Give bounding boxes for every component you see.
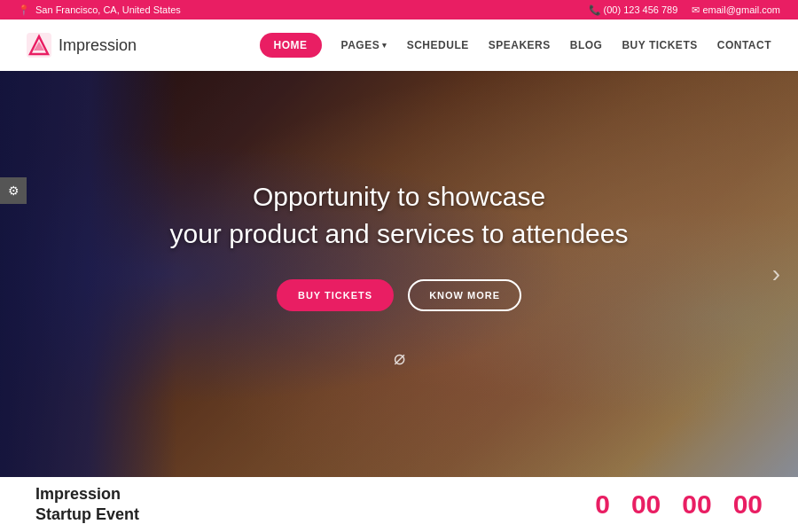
email-icon: ✉ <box>692 4 700 15</box>
event-title-line2: Startup Event <box>35 505 139 525</box>
scroll-indicator: ⌀ <box>394 347 405 370</box>
countdown-days-value: 0 <box>595 491 610 518</box>
logo-icon <box>27 33 51 58</box>
header: Impression HOME PAGES ▾ SCHEDULE SPEAKER… <box>0 20 798 71</box>
phone-number: (00) 123 456 789 <box>604 4 678 15</box>
buy-tickets-button[interactable]: BUY TICKETS <box>277 279 394 311</box>
phone-info: 📞 (00) 123 456 789 <box>589 4 678 16</box>
nav-home[interactable]: HOME <box>260 33 322 58</box>
hero-buttons: BUY TICKETS KNOW MORE <box>277 279 521 311</box>
countdown-seconds-value: 00 <box>733 491 763 518</box>
event-title: Impression Startup Event <box>35 484 139 526</box>
pages-chevron-icon: ▾ <box>382 41 387 50</box>
nav-buy-tickets[interactable]: BUY TICKETS <box>622 39 697 51</box>
logo[interactable]: Impression <box>27 33 137 58</box>
countdown-minutes: 00 <box>682 491 711 518</box>
location-icon: 📍 <box>18 4 30 16</box>
countdown-hours-value: 00 <box>631 491 661 518</box>
hero-next-arrow[interactable]: › <box>772 260 780 288</box>
nav-schedule[interactable]: SCHEDULE <box>407 39 469 51</box>
hero-title: Opportunity to showcase your product and… <box>170 178 629 253</box>
top-bar-left: 📍 San Francisco, CA, United States <box>18 4 181 16</box>
know-more-button[interactable]: KNOW MORE <box>408 279 521 311</box>
hero-title-line1: Opportunity to showcase <box>170 178 629 215</box>
bottom-section: Impression Startup Event 0 00 00 00 <box>0 477 798 532</box>
hero-title-line2: your product and services to attendees <box>170 215 629 253</box>
top-bar: 📍 San Francisco, CA, United States 📞 (00… <box>0 0 798 20</box>
hero-section: ⚙ Opportunity to showcase your product a… <box>0 71 798 477</box>
countdown-seconds: 00 <box>733 491 763 518</box>
location-text: San Francisco, CA, United States <box>35 4 181 15</box>
countdown-minutes-value: 00 <box>682 491 711 518</box>
nav-blog[interactable]: BLOG <box>570 39 603 51</box>
phone-icon: 📞 <box>589 4 601 15</box>
logo-text: Impression <box>59 36 137 55</box>
countdown: 0 00 00 00 <box>595 491 763 518</box>
countdown-hours: 00 <box>631 491 661 518</box>
main-nav: HOME PAGES ▾ SCHEDULE SPEAKERS BLOG BUY … <box>260 33 771 58</box>
email-address: email@gmail.com <box>702 4 780 15</box>
top-bar-right: 📞 (00) 123 456 789 ✉ email@gmail.com <box>589 4 781 16</box>
nav-contact[interactable]: CONTACT <box>717 39 771 51</box>
event-title-line1: Impression <box>35 484 139 505</box>
email-info: ✉ email@gmail.com <box>692 4 780 16</box>
countdown-days: 0 <box>595 491 610 518</box>
hero-content: Opportunity to showcase your product and… <box>0 71 798 477</box>
nav-pages[interactable]: PAGES ▾ <box>341 39 387 51</box>
nav-speakers[interactable]: SPEAKERS <box>489 39 551 51</box>
gear-button[interactable]: ⚙ <box>0 177 27 204</box>
